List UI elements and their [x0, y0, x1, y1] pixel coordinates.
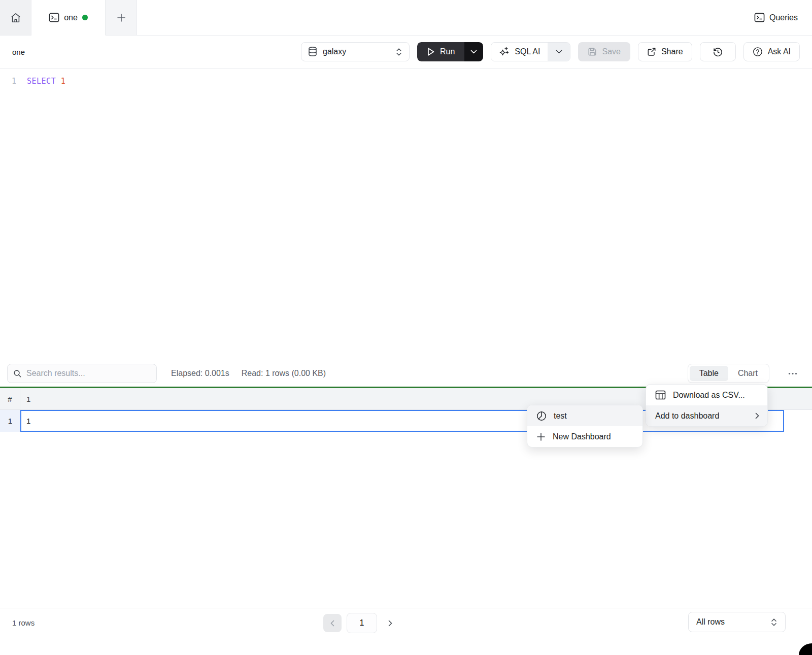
run-options-dropdown[interactable] — [464, 42, 483, 61]
dashboard-submenu: test New Dashboard — [527, 405, 643, 447]
terminal-icon — [754, 13, 765, 22]
menu-item-label: Download as CSV... — [673, 391, 759, 400]
view-toggle-chart[interactable]: Chart — [728, 366, 767, 381]
ask-ai-label: Ask AI — [768, 47, 791, 56]
terminal-icon — [49, 13, 59, 22]
submenu-item-test[interactable]: test — [527, 405, 642, 426]
history-icon — [713, 47, 723, 57]
share-label: Share — [661, 47, 683, 56]
sql-ai-button-main[interactable]: SQL AI — [491, 43, 548, 61]
sql-ai-dropdown[interactable] — [548, 43, 570, 61]
save-icon — [588, 47, 597, 56]
table-grid-icon — [655, 390, 666, 400]
home-button[interactable] — [0, 0, 31, 35]
menu-item-download-csv[interactable]: Download as CSV... — [646, 385, 767, 405]
submenu-item-label: New Dashboard — [553, 432, 634, 441]
line-number: 1 — [0, 76, 16, 87]
tab-bar: one Queries — [0, 0, 812, 36]
home-icon — [10, 12, 21, 23]
rows-count-label: 1 rows — [12, 618, 35, 627]
history-button[interactable] — [700, 42, 736, 61]
sql-editor[interactable]: 1 SELECT 1 — [0, 68, 812, 360]
view-toggle-table[interactable]: Table — [690, 366, 728, 381]
sparkles-icon — [499, 47, 509, 57]
ellipsis-icon — [788, 372, 797, 375]
next-page-button[interactable] — [382, 614, 398, 632]
search-icon — [13, 369, 22, 378]
sql-ai-label: SQL AI — [515, 47, 540, 56]
sql-number-literal: 1 — [61, 77, 66, 86]
chevron-right-icon — [755, 412, 759, 419]
sql-keyword: SELECT — [27, 77, 56, 86]
plus-icon — [536, 432, 546, 441]
sql-ai-button: SQL AI — [491, 42, 570, 61]
queries-label: Queries — [769, 13, 798, 22]
current-page-button[interactable]: 1 — [347, 613, 377, 633]
play-icon — [427, 47, 435, 56]
submenu-item-new-dashboard[interactable]: New Dashboard — [527, 426, 642, 447]
rows-per-page-value: All rows — [696, 617, 765, 627]
search-results-input[interactable] — [26, 369, 151, 378]
results-context-menu: Download as CSV... Add to dashboard — [646, 384, 768, 427]
tab-bar-spacer — [137, 0, 754, 35]
chevron-updown-icon — [770, 618, 777, 627]
tab-label: one — [64, 13, 78, 22]
query-title: one — [12, 48, 293, 56]
sql-console-page: one Queries one galaxy — [0, 0, 812, 655]
ask-ai-button[interactable]: Ask AI — [743, 42, 800, 61]
tab-one[interactable]: one — [31, 0, 106, 36]
chevron-right-icon — [388, 620, 392, 627]
menu-item-label: Add to dashboard — [655, 411, 748, 421]
plus-icon — [116, 13, 126, 23]
pie-chart-icon — [536, 411, 547, 421]
results-more-button[interactable] — [784, 372, 802, 375]
database-icon — [308, 47, 317, 57]
chevron-down-icon — [470, 50, 477, 54]
search-results-box — [7, 364, 157, 383]
save-label: Save — [602, 47, 620, 56]
elapsed-stat: Elapsed: 0.001s — [171, 369, 229, 378]
chevron-updown-icon — [395, 48, 402, 56]
view-toggle: Table Chart — [688, 364, 769, 383]
code-text: SELECT 1 — [16, 76, 65, 87]
help-circle-icon — [753, 47, 763, 57]
row-index-cell[interactable]: 1 — [0, 410, 20, 432]
chevron-left-icon — [330, 620, 334, 627]
database-select[interactable]: galaxy — [301, 42, 410, 61]
footer-row: 1 rows 1 All rows — [12, 611, 800, 634]
row-index-header: # — [0, 388, 20, 409]
share-icon — [647, 47, 656, 56]
run-label: Run — [440, 47, 455, 56]
chevron-down-icon — [556, 50, 562, 54]
results-toolbar: Elapsed: 0.001s Read: 1 rows (0.00 KB) T… — [0, 360, 812, 387]
new-tab-button[interactable] — [106, 0, 137, 35]
queries-button[interactable]: Queries — [754, 0, 798, 35]
query-toolbar: one galaxy Run — [0, 36, 812, 68]
read-stat: Read: 1 rows (0.00 KB) — [242, 369, 326, 378]
rows-per-page-select[interactable]: All rows — [688, 612, 786, 632]
menu-item-add-to-dashboard[interactable]: Add to dashboard — [646, 405, 767, 426]
code-line: 1 SELECT 1 — [0, 76, 812, 87]
previous-page-button[interactable] — [323, 614, 342, 632]
unsaved-changes-dot — [82, 15, 88, 20]
save-button[interactable]: Save — [578, 42, 630, 61]
share-button[interactable]: Share — [638, 42, 692, 61]
pagination: 1 — [323, 613, 398, 633]
run-button: Run — [417, 42, 483, 61]
database-selected-value: galaxy — [323, 47, 390, 56]
results-footer: 1 rows 1 All rows — [0, 608, 812, 655]
run-button-main[interactable]: Run — [417, 42, 464, 61]
submenu-item-label: test — [554, 411, 634, 421]
